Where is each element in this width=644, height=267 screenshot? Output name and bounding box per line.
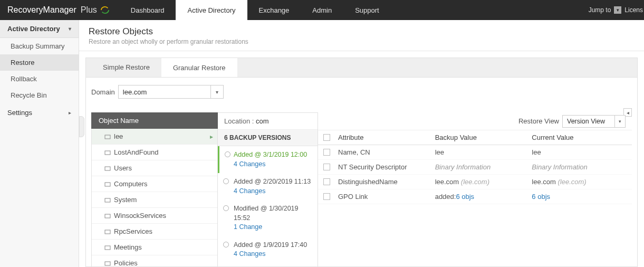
cell-attribute: Name, CN [338, 148, 435, 156]
tree-item-rpcservices[interactable]: RpcServices [92, 224, 217, 240]
tree-item-lostandfound[interactable]: LostAndFound [92, 145, 217, 160]
version-title: Modified @ 1/30/2019 15:52 [234, 204, 312, 223]
sidebar-item-backup-summary[interactable]: Backup Summary [0, 38, 79, 54]
chevron-down-icon: ▾ [69, 26, 71, 32]
tab-simple-restore[interactable]: Simple Restore [91, 58, 161, 77]
version-changes-link[interactable]: 1 Change [234, 223, 312, 232]
svg-rect-4 [105, 198, 110, 202]
attribute-row: NT Security Descriptor Binary Informatio… [318, 160, 632, 175]
tree-item-lee[interactable]: lee [92, 129, 217, 145]
tree-item-label: RpcServices [114, 227, 152, 235]
page-title: Restore Objects [89, 26, 635, 37]
nav-support[interactable]: Support [343, 0, 391, 20]
folder-icon [104, 260, 111, 266]
attribute-column: Restore View Version View ▾ Attribute Ba… [318, 112, 632, 267]
tree-item-winsockservices[interactable]: WinsockServices [92, 208, 217, 224]
version-title: Added @ 1/9/2019 17:40 [234, 241, 312, 250]
attribute-table-header: Attribute Backup Value Current Value [318, 130, 632, 145]
tree-item-system[interactable]: System [92, 192, 217, 208]
folder-icon [104, 213, 111, 219]
sidebar-item-rollback[interactable]: Rollback [0, 71, 79, 87]
tree-item-policies[interactable]: Policies [92, 255, 217, 267]
cell-current-value: Binary Information [532, 163, 629, 171]
chevron-right-icon: ▸ [69, 110, 71, 116]
license-label[interactable]: Licens [624, 6, 643, 14]
brand-swirl-icon [100, 5, 110, 15]
cell-text: lee.com [435, 178, 459, 186]
version-item[interactable]: Added @ 1/9/2019 17:40 4 Changes [218, 236, 318, 263]
radio-icon[interactable] [225, 151, 230, 157]
version-item[interactable]: Added @ 2/20/2019 11:13 4 Changes [218, 173, 318, 200]
nav-admin[interactable]: Admin [301, 0, 343, 20]
attribute-row: Name, CN lee lee [318, 145, 632, 160]
radio-icon[interactable] [223, 178, 229, 184]
svg-rect-1 [105, 151, 110, 155]
current-objs-link[interactable]: 6 objs [532, 193, 550, 201]
version-changes-link[interactable]: 4 Changes [234, 160, 312, 169]
sidebar-settings-label: Settings [7, 109, 32, 117]
folder-icon [104, 181, 111, 187]
row-checkbox[interactable] [323, 149, 330, 156]
chevron-down-icon[interactable]: ▾ [210, 85, 223, 98]
select-all-checkbox[interactable] [323, 134, 330, 141]
sidebar-item-recycle-bin[interactable]: Recycle Bin [0, 87, 79, 103]
tree-item-label: WinsockServices [114, 212, 166, 220]
version-changes-link[interactable]: 4 Changes [234, 187, 312, 196]
restore-view-label: Restore View [518, 117, 559, 125]
brand-main: RecoveryManager [7, 5, 76, 15]
version-title: Added @ 3/1/2019 12:00 [234, 150, 312, 160]
version-column: Location : com 6 BACKUP VERSIONS Added @… [218, 112, 318, 267]
jump-to-label[interactable]: Jump to [589, 6, 611, 14]
version-item[interactable]: Added @ 3/1/2019 12:00 4 Changes [218, 146, 318, 173]
row-checkbox[interactable] [323, 178, 330, 185]
tree-item-label: Computers [114, 180, 148, 188]
chevron-down-icon[interactable]: ▾ [614, 116, 625, 127]
radio-icon[interactable] [223, 242, 229, 247]
cell-subtext: (lee.com) [558, 178, 586, 186]
page-subtitle: Restore an object wholly or perform gran… [89, 38, 635, 45]
nav-dashboard[interactable]: Dashboard [119, 0, 176, 20]
sidebar-section-ad[interactable]: Active Directory ▾ [0, 20, 79, 38]
tree-item-label: System [114, 196, 137, 204]
svg-rect-6 [105, 230, 110, 234]
folder-icon [104, 134, 111, 140]
cell-subtext: (lee.com) [461, 178, 489, 186]
nav-active-directory[interactable]: Active Directory [176, 0, 247, 20]
topbar-right: Jump to ▾ Licens [589, 0, 644, 20]
tree-item-label: lee [114, 132, 123, 140]
restore-view-select[interactable]: Version View ▾ [562, 115, 626, 128]
svg-rect-7 [105, 246, 110, 250]
sidebar-item-settings[interactable]: Settings ▸ [0, 103, 79, 122]
domain-select[interactable]: lee.com ▾ [118, 85, 224, 99]
version-item[interactable]: Modified @ 1/30/2019 15:52 1 Change [218, 200, 318, 236]
location-bar: Location : com [218, 113, 318, 130]
tab-granular-restore[interactable]: Granular Restore [161, 58, 237, 77]
versions-header: 6 BACKUP VERSIONS [218, 130, 318, 146]
backup-objs-link[interactable]: 6 objs [456, 193, 474, 201]
tree-item-computers[interactable]: Computers [92, 176, 217, 192]
version-changes-link[interactable]: 4 Changes [234, 250, 312, 259]
row-checkbox[interactable] [323, 193, 330, 200]
tree-item-users[interactable]: Users [92, 160, 217, 176]
sidebar-item-restore[interactable]: Restore [0, 54, 79, 71]
cell-text: added: [435, 193, 456, 201]
cell-current-value: 6 objs [532, 193, 629, 201]
tree-item-label: Meetings [114, 243, 142, 251]
nav-exchange[interactable]: Exchange [247, 0, 301, 20]
svg-rect-2 [105, 167, 110, 170]
version-title: Added @ 2/20/2019 11:13 [234, 177, 312, 187]
tab-body: Domain lee.com ▾ ◂ Object Name lee [85, 77, 638, 267]
svg-rect-0 [105, 135, 110, 139]
domain-value: lee.com [119, 88, 210, 96]
tree-item-label: Policies [114, 259, 138, 267]
row-checkbox[interactable] [323, 164, 330, 170]
folder-icon [104, 165, 111, 171]
radio-icon[interactable] [223, 205, 229, 211]
tree-item-meetings[interactable]: Meetings [92, 240, 217, 255]
tree-item-label: Users [114, 164, 132, 172]
cell-backup-value: lee.com (lee.com) [435, 178, 532, 186]
attribute-table: Attribute Backup Value Current Value Nam… [318, 130, 632, 267]
jump-to-dropdown-icon[interactable]: ▾ [614, 6, 621, 14]
col-backup-value: Backup Value [435, 134, 532, 141]
sidebar-collapse-handle[interactable] [79, 116, 84, 137]
